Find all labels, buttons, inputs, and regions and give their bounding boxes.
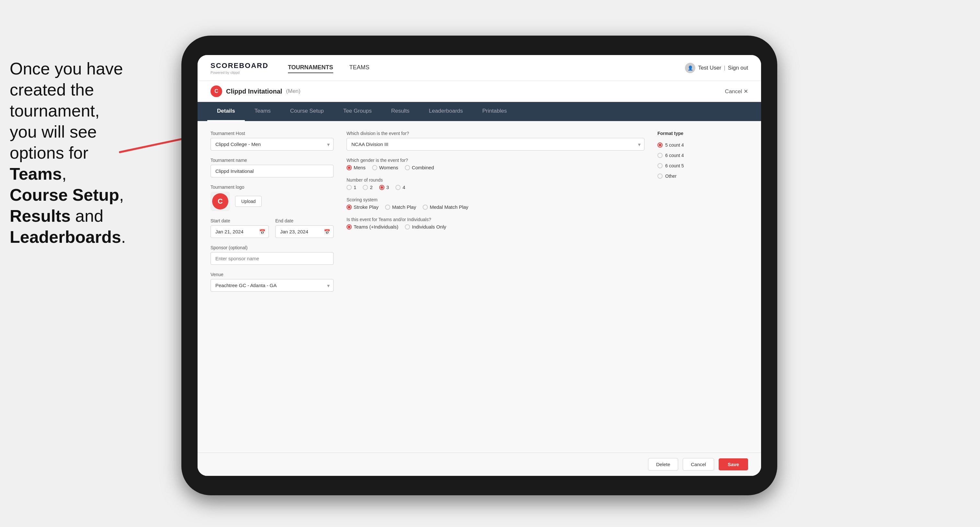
rounds-3-radio[interactable] xyxy=(379,185,384,190)
gender-womens-radio[interactable] xyxy=(372,165,377,170)
individuals-only-radio[interactable] xyxy=(405,224,410,230)
rounds-4-label: 4 xyxy=(402,184,405,190)
venue-select[interactable]: Peachtree GC - Atlanta - GA xyxy=(210,279,334,292)
nav-link-teams[interactable]: TEAMS xyxy=(350,62,369,73)
logo-text: SCOREBOARD xyxy=(210,62,269,70)
tab-tee-groups[interactable]: Tee Groups xyxy=(334,102,382,121)
gender-mens-label: Mens xyxy=(354,165,366,170)
format-5count4[interactable]: 5 count 4 xyxy=(657,143,748,148)
scoring-match[interactable]: Match Play xyxy=(385,204,416,210)
start-date-label: Start date xyxy=(210,218,269,223)
gender-womens-label: Womens xyxy=(379,165,398,170)
scoring-stroke[interactable]: Stroke Play xyxy=(347,204,379,210)
division-select[interactable]: NCAA Division III xyxy=(347,138,644,151)
instruction-text: Once you have created the tournament, yo… xyxy=(0,52,162,254)
team-plus-individual-label: Teams (+Individuals) xyxy=(354,224,398,230)
scoring-stroke-radio[interactable] xyxy=(347,205,352,210)
sponsor-input[interactable] xyxy=(210,252,334,265)
rounds-label: Number of rounds xyxy=(347,178,644,183)
gender-label: Which gender is the event for? xyxy=(347,158,644,163)
name-input[interactable] xyxy=(210,165,334,178)
scoring-group: Scoring system Stroke Play Match Play xyxy=(347,197,644,210)
rounds-radio-group: 1 2 3 4 xyxy=(347,184,644,190)
team-plus-individual[interactable]: Teams (+Individuals) xyxy=(347,224,398,230)
end-calendar-icon: 📅 xyxy=(324,229,330,235)
scoring-medal-label: Medal Match Play xyxy=(430,204,468,210)
format-other-radio[interactable] xyxy=(657,173,663,179)
scoring-medal[interactable]: Medal Match Play xyxy=(423,204,468,210)
format-6count5[interactable]: 6 count 5 xyxy=(657,163,748,168)
name-group: Tournament name xyxy=(210,158,334,178)
tab-leaderboards[interactable]: Leaderboards xyxy=(419,102,473,121)
tournament-name: Clippd Invitational xyxy=(226,88,282,95)
gender-womens[interactable]: Womens xyxy=(372,165,398,170)
format-other[interactable]: Other xyxy=(657,173,748,179)
host-select[interactable]: Clippd College - Men xyxy=(210,138,334,151)
gender-mens-radio[interactable] xyxy=(347,165,352,170)
user-avatar: 👤 xyxy=(685,63,695,73)
tournament-icon: C xyxy=(210,86,222,97)
rounds-2-radio[interactable] xyxy=(363,185,368,190)
middle-column: Which division is the event for? NCAA Di… xyxy=(347,131,644,443)
form-area: Tournament Host Clippd College - Men Tou… xyxy=(197,121,761,452)
logo-preview-icon: C xyxy=(212,193,228,210)
signout-link[interactable]: Sign out xyxy=(728,65,748,71)
format-5count4-radio[interactable] xyxy=(657,143,663,148)
rounds-1-radio[interactable] xyxy=(347,185,352,190)
cancel-tournament-button[interactable]: Cancel ✕ xyxy=(725,88,748,95)
rounds-2[interactable]: 2 xyxy=(363,184,372,190)
team-individual-radio-group: Teams (+Individuals) Individuals Only xyxy=(347,224,644,230)
save-button[interactable]: Save xyxy=(719,459,748,470)
tab-details[interactable]: Details xyxy=(207,102,245,121)
format-6count4-radio[interactable] xyxy=(657,153,663,158)
format-type-title: Format type xyxy=(657,131,748,136)
cancel-button[interactable]: Cancel xyxy=(683,458,714,471)
venue-select-wrapper: Peachtree GC - Atlanta - GA xyxy=(210,279,334,292)
rounds-4[interactable]: 4 xyxy=(395,184,405,190)
venue-group: Venue Peachtree GC - Atlanta - GA xyxy=(210,272,334,292)
rounds-3[interactable]: 3 xyxy=(379,184,389,190)
rounds-2-label: 2 xyxy=(370,184,372,190)
host-label: Tournament Host xyxy=(210,131,334,136)
scoring-label: Scoring system xyxy=(347,197,644,202)
venue-label: Venue xyxy=(210,272,334,277)
division-group: Which division is the event for? NCAA Di… xyxy=(347,131,644,151)
format-6count4-label: 6 count 4 xyxy=(665,153,684,158)
end-date-wrapper: 📅 xyxy=(275,225,334,238)
gender-combined-label: Combined xyxy=(412,165,434,170)
upload-button[interactable]: Upload xyxy=(235,196,262,207)
date-row: Start date 📅 End date 📅 xyxy=(210,218,334,238)
end-date-label: End date xyxy=(275,218,334,223)
scoring-medal-radio[interactable] xyxy=(423,205,428,210)
tablet-frame: SCOREBOARD Powered by clippd TOURNAMENTS… xyxy=(181,36,777,495)
format-6count4[interactable]: 6 count 4 xyxy=(657,153,748,158)
team-plus-individual-radio[interactable] xyxy=(347,224,352,230)
format-5count4-label: 5 count 4 xyxy=(665,143,684,148)
rounds-3-label: 3 xyxy=(387,184,389,190)
user-info: 👤 Test User | Sign out xyxy=(685,63,748,73)
logo-sub: Powered by clippd xyxy=(210,71,269,75)
tab-printables[interactable]: Printables xyxy=(473,102,517,121)
scoring-match-radio[interactable] xyxy=(385,205,390,210)
individuals-only[interactable]: Individuals Only xyxy=(405,224,446,230)
sponsor-group: Sponsor (optional) xyxy=(210,245,334,265)
nav-link-tournaments[interactable]: TOURNAMENTS xyxy=(288,62,333,73)
tabs-bar: Details Teams Course Setup Tee Groups Re… xyxy=(197,102,761,121)
rounds-1[interactable]: 1 xyxy=(347,184,356,190)
gender-mens[interactable]: Mens xyxy=(347,165,366,170)
host-select-wrapper: Clippd College - Men xyxy=(210,138,334,151)
gender-combined[interactable]: Combined xyxy=(405,165,434,170)
delete-button[interactable]: Delete xyxy=(648,458,678,471)
tab-results[interactable]: Results xyxy=(382,102,419,121)
tab-teams[interactable]: Teams xyxy=(245,102,280,121)
logo-group: Tournament logo C Upload xyxy=(210,184,334,211)
format-6count5-radio[interactable] xyxy=(657,163,663,168)
gender-radio-group: Mens Womens Combined xyxy=(347,165,644,170)
user-name[interactable]: Test User xyxy=(698,65,721,71)
rounds-4-radio[interactable] xyxy=(395,185,401,190)
gender-combined-radio[interactable] xyxy=(405,165,410,170)
end-date-group: End date 📅 xyxy=(275,218,334,238)
tournament-badge: (Men) xyxy=(286,88,300,95)
tab-course-setup[interactable]: Course Setup xyxy=(280,102,334,121)
scoring-match-label: Match Play xyxy=(392,204,416,210)
